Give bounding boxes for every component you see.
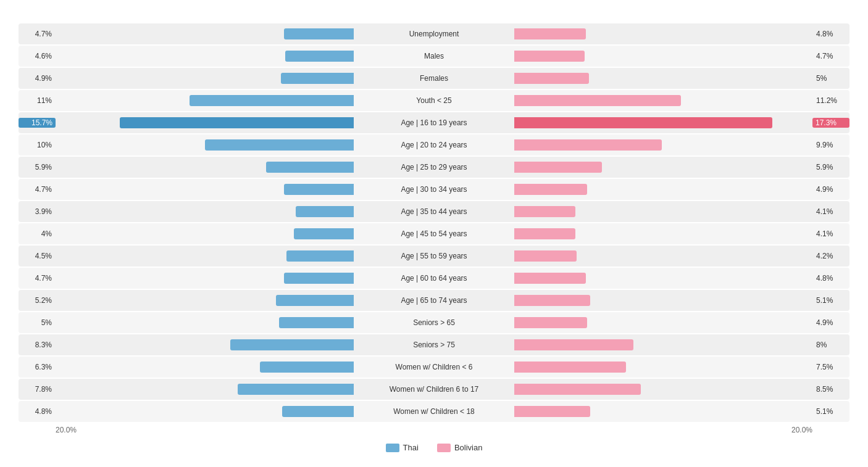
chart-row: 4.5% Age | 55 to 59 years 4.2% (19, 246, 849, 267)
row-label: Age | 55 to 59 years (354, 252, 514, 260)
bolivian-bar (514, 206, 575, 217)
thai-bar (205, 139, 354, 151)
axis-row: 20.0% 20.0% (19, 426, 849, 434)
thai-value: 3.9% (19, 207, 56, 216)
bolivian-bar (514, 250, 577, 262)
thai-bar (230, 339, 354, 350)
row-label: Seniors > 65 (354, 318, 514, 327)
right-bar-wrap (514, 250, 812, 262)
bolivian-value: 5.1% (812, 407, 849, 416)
legend-row: Thai Bolivian (19, 443, 849, 452)
axis-right: 20.0% (791, 426, 812, 434)
bolivian-bar (514, 162, 602, 173)
bolivian-value: 4.7% (812, 52, 849, 60)
chart-row: 4.6% Males 4.7% (19, 46, 849, 67)
left-bar-wrap (56, 95, 354, 106)
right-bar-wrap (514, 206, 812, 217)
bolivian-bar (514, 184, 587, 195)
chart-row: 11% Youth < 25 11.2% (19, 90, 849, 111)
thai-bar (279, 317, 354, 328)
bolivian-bar (514, 28, 586, 39)
left-bar-wrap (56, 206, 354, 217)
thai-value: 10% (19, 141, 56, 149)
bolivian-bar (514, 117, 772, 128)
right-bar-wrap (514, 228, 812, 239)
row-label: Age | 20 to 24 years (354, 141, 514, 149)
right-bar-wrap (514, 184, 812, 195)
left-bar-wrap (56, 139, 354, 151)
axis-left: 20.0% (56, 426, 77, 434)
thai-value: 15.7% (19, 118, 56, 128)
bolivian-value: 9.9% (812, 141, 849, 149)
thai-value: 6.3% (19, 363, 56, 371)
left-bar-wrap (56, 362, 354, 373)
right-bar-wrap (514, 162, 812, 173)
bolivian-bar (514, 362, 626, 373)
left-bar-wrap (56, 273, 354, 284)
right-bar-wrap (514, 317, 812, 328)
bolivian-bar (514, 295, 590, 306)
right-bar-wrap (514, 117, 812, 128)
thai-value: 11% (19, 96, 56, 105)
legend-bolivian: Bolivian (437, 443, 483, 452)
row-label: Seniors > 75 (354, 341, 514, 349)
bolivian-bar (514, 51, 585, 62)
left-bar-wrap (56, 73, 354, 84)
chart-row: 6.3% Women w/ Children < 6 7.5% (19, 357, 849, 378)
thai-bar (284, 184, 354, 195)
left-bar-wrap (56, 317, 354, 328)
thai-value: 4.6% (19, 52, 56, 60)
thai-bar (281, 73, 354, 84)
row-label: Unemployment (354, 30, 514, 38)
bolivian-bar (514, 339, 633, 350)
row-label: Age | 16 to 19 years (354, 118, 514, 127)
row-label: Women w/ Children < 18 (354, 407, 514, 416)
left-bar-wrap (56, 117, 354, 128)
right-bar-wrap (514, 139, 812, 151)
row-label: Age | 30 to 34 years (354, 185, 514, 194)
right-bar-wrap (514, 28, 812, 39)
right-bar-wrap (514, 295, 812, 306)
thai-bar (286, 250, 354, 262)
bolivian-value: 8.5% (812, 385, 849, 394)
chart-row: 5.9% Age | 25 to 29 years 5.9% (19, 157, 849, 178)
bolivian-bar (514, 384, 641, 395)
row-label: Women w/ Children 6 to 17 (354, 385, 514, 394)
bolivian-bar (514, 406, 590, 417)
chart-row: 8.3% Seniors > 75 8% (19, 334, 849, 355)
bolivian-value: 5.9% (812, 163, 849, 172)
row-label: Youth < 25 (354, 96, 514, 105)
row-label: Age | 25 to 29 years (354, 163, 514, 172)
bolivian-bar (514, 73, 589, 84)
right-bar-wrap (514, 384, 812, 395)
thai-swatch (386, 444, 399, 452)
bolivian-value: 4.9% (812, 318, 849, 327)
thai-value: 8.3% (19, 341, 56, 349)
row-label: Males (354, 52, 514, 60)
thai-bar (296, 206, 354, 217)
bolivian-value: 11.2% (812, 96, 849, 105)
row-label: Age | 35 to 44 years (354, 207, 514, 216)
thai-bar (238, 384, 354, 395)
thai-bar (260, 362, 354, 373)
chart-row: 5% Seniors > 65 4.9% (19, 312, 849, 333)
row-label: Females (354, 74, 514, 83)
legend-thai: Thai (386, 443, 419, 452)
bolivian-swatch (437, 444, 451, 452)
thai-value: 5% (19, 318, 56, 327)
thai-bar (284, 273, 354, 284)
thai-value: 4.7% (19, 274, 56, 283)
bolivian-value: 5% (812, 74, 849, 83)
chart-row: 4.7% Unemployment 4.8% (19, 23, 849, 44)
chart-row: 15.7% Age | 16 to 19 years 17.3% (19, 112, 849, 133)
bolivian-value: 4.8% (812, 274, 849, 283)
thai-bar (294, 228, 354, 239)
thai-value: 4.7% (19, 30, 56, 38)
row-label: Women w/ Children < 6 (354, 363, 514, 371)
chart-row: 5.2% Age | 65 to 74 years 5.1% (19, 290, 849, 311)
bolivian-value: 5.1% (812, 296, 849, 305)
chart-row: 4.8% Women w/ Children < 18 5.1% (19, 401, 849, 422)
row-label: Age | 45 to 54 years (354, 229, 514, 238)
bolivian-bar (514, 317, 587, 328)
left-bar-wrap (56, 184, 354, 195)
